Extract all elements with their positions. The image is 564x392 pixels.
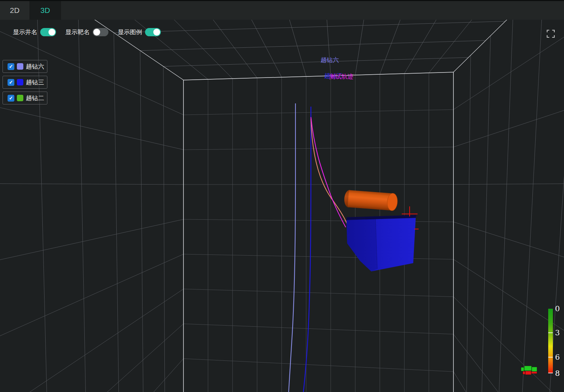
- checkbox-checked-icon[interactable]: ✓: [8, 63, 14, 70]
- toggle-label-well-names: 显示井名: [13, 28, 37, 36]
- color-swatch: [17, 79, 23, 85]
- depth-colorbar: [548, 309, 553, 373]
- legend-item-2[interactable]: ✓ 趟钻三: [3, 76, 47, 89]
- checkbox-checked-icon[interactable]: ✓: [8, 95, 14, 102]
- tab-2d[interactable]: 2D: [0, 1, 30, 20]
- colorbar-notch: [548, 357, 553, 358]
- well-label-1: 趟钻六: [321, 56, 339, 64]
- 3d-viewport[interactable]: [0, 0, 564, 392]
- tab-bar: 2D 3D: [0, 0, 564, 20]
- toggle-label-legend: 显示图例: [118, 28, 142, 36]
- checkbox-checked-icon[interactable]: ✓: [8, 79, 14, 86]
- well-label-trajectory: 测试轨迹: [329, 73, 354, 81]
- colorbar-tick-0: 0: [555, 304, 560, 313]
- tab-3d[interactable]: 3D: [30, 1, 61, 20]
- colorbar-notch: [548, 332, 553, 333]
- tab-bar-filler: [61, 1, 564, 20]
- toggle-label-target-names: 显示靶名: [65, 28, 90, 36]
- legend-panel: ✓ 趟钻六 ✓ 趟钻三 ✓ 趟钻二: [3, 60, 47, 107]
- toggle-well-names[interactable]: [40, 28, 56, 36]
- display-toolbar: 显示井名 显示靶名 显示图例: [13, 28, 161, 36]
- toggle-knob: [153, 29, 160, 36]
- colorbar-tick-3: 3: [555, 328, 560, 337]
- legend-item-3[interactable]: ✓ 趟钻二: [3, 92, 47, 104]
- colorbar-notch: [548, 373, 553, 373]
- color-swatch: [17, 95, 23, 101]
- colorbar-tick-6: 6: [555, 353, 560, 361]
- legend-item-label: 趟钻六: [26, 62, 44, 71]
- toggle-knob: [93, 29, 100, 36]
- toggle-knob: [48, 29, 55, 36]
- toggle-group-well-names: 显示井名: [13, 28, 56, 36]
- legend-item-label: 趟钻二: [26, 94, 44, 102]
- toggle-legend[interactable]: [145, 28, 161, 36]
- toggle-group-legend: 显示图例: [118, 28, 161, 36]
- colorbar-tick-8: 8: [555, 369, 560, 378]
- legend-item-1[interactable]: ✓ 趟钻六: [3, 60, 47, 73]
- fullscreen-icon[interactable]: [546, 29, 555, 38]
- app-window: 趟钻六 趟钻三 测试轨迹 2D 3D 显示井名 显示靶名 显示图例 ✓ 趟钻六 …: [0, 0, 564, 392]
- color-swatch: [17, 63, 23, 70]
- toggle-target-names[interactable]: [93, 28, 108, 36]
- legend-item-label: 趟钻三: [26, 78, 44, 87]
- toggle-group-target-names: 显示靶名: [65, 28, 108, 36]
